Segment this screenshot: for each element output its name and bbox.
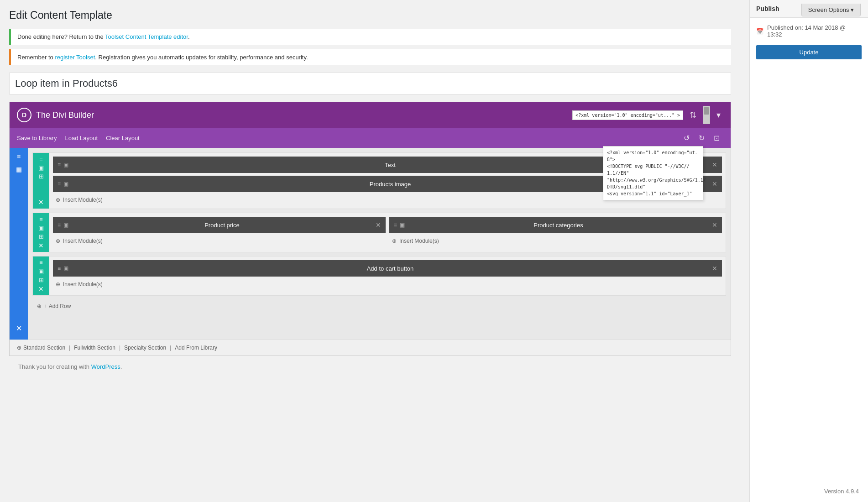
publish-body: 📅 Published on: 14 Mar 2018 @ 13:32 Upda… bbox=[750, 18, 868, 66]
clear-layout-button[interactable]: Clear Layout bbox=[106, 135, 148, 141]
row2-col-right-insert[interactable]: ⊕ Insert Module(s) bbox=[389, 236, 722, 246]
section-footer-plus-icon: ⊕ bbox=[17, 345, 21, 351]
insert-module-plus-icon-2: ⊕ bbox=[56, 238, 60, 244]
module-product-price-move-icon[interactable]: ≡ bbox=[58, 222, 61, 228]
add-row-bar[interactable]: ⊕ + Add Row bbox=[32, 299, 726, 313]
specialty-section-link[interactable]: Specialty Section bbox=[124, 345, 166, 351]
xml-line3: 1.1//EN" bbox=[607, 170, 699, 177]
row2-col-left-insert[interactable]: ⊕ Insert Module(s) bbox=[53, 236, 386, 246]
expand-xml-button[interactable]: ⇅ bbox=[687, 108, 699, 122]
collapse-builder-button[interactable]: ▾ bbox=[714, 108, 723, 122]
page-title: Edit Content Template bbox=[9, 9, 731, 21]
page-footer: Thank you for creating with WordPress. bbox=[9, 356, 603, 377]
row2-col-left: ≡ ▣ Product price ✕ ⊕ Insert Module(s) bbox=[53, 217, 386, 246]
section-sidebar: ≡ ▦ ✕ bbox=[10, 148, 28, 340]
post-title-input[interactable] bbox=[9, 73, 731, 94]
redo-button[interactable]: ↻ bbox=[695, 132, 708, 144]
publish-date: 📅 Published on: 14 Mar 2018 @ 13:32 bbox=[756, 24, 862, 38]
module-text-settings-icon[interactable]: ▣ bbox=[63, 162, 68, 168]
module-products-image-settings-icon[interactable]: ▣ bbox=[63, 181, 68, 187]
divi-toolbar: Save to Library Load Layout Clear Layout… bbox=[10, 128, 731, 148]
module-product-categories-settings-icon[interactable]: ▣ bbox=[400, 222, 405, 228]
row-2-columns: ≡ ▣ Product price ✕ ⊕ Insert Module(s) bbox=[49, 213, 726, 252]
row-2: ≡ ▣ ⊞ ✕ ≡ ▣ bbox=[32, 213, 726, 252]
row2-grid-icon[interactable]: ⊞ bbox=[39, 233, 44, 240]
divi-header-left: D The Divi Builder bbox=[17, 108, 94, 122]
row3-move-icon[interactable]: ≡ bbox=[39, 259, 43, 266]
divi-builder-name: The Divi Builder bbox=[36, 110, 94, 120]
row3-grid-icon[interactable]: ⊞ bbox=[39, 277, 44, 283]
module-add-to-cart[interactable]: ≡ ▣ Add to cart button ✕ bbox=[53, 260, 722, 277]
standard-section-link[interactable]: Standard Section bbox=[23, 345, 65, 351]
row2-cols-icon[interactable]: ▣ bbox=[38, 225, 44, 231]
sep-1: | bbox=[69, 345, 70, 351]
insert-module-plus-icon-4: ⊕ bbox=[56, 281, 60, 288]
xml-line1: <?xml version="1.0" encoding="ut-8"> bbox=[607, 149, 699, 163]
module-products-image-close[interactable]: ✕ bbox=[712, 180, 717, 188]
module-products-image-move-icon[interactable]: ≡ bbox=[58, 181, 61, 187]
wordpress-link[interactable]: WordPress bbox=[91, 363, 120, 370]
row2-two-columns: ≡ ▣ Product price ✕ ⊕ Insert Module(s) bbox=[53, 217, 722, 246]
notice-orange-link[interactable]: register Toolset bbox=[55, 54, 95, 61]
insert-module-label-3: Insert Module(s) bbox=[399, 238, 439, 244]
module-product-categories-move-icon[interactable]: ≡ bbox=[394, 222, 397, 228]
module-product-price[interactable]: ≡ ▣ Product price ✕ bbox=[53, 217, 386, 233]
row-1-sidebar: ≡ ▣ ⊞ ✕ bbox=[33, 153, 49, 209]
row-3-sidebar: ≡ ▣ ⊞ ✕ bbox=[33, 256, 49, 295]
fullwidth-section-link[interactable]: Fullwidth Section bbox=[74, 345, 115, 351]
module-add-to-cart-move-icon[interactable]: ≡ bbox=[58, 265, 61, 272]
module-product-price-settings-icon[interactable]: ▣ bbox=[63, 222, 68, 228]
insert-module-label-4: Insert Module(s) bbox=[63, 281, 103, 288]
section-layout-icon[interactable]: ▦ bbox=[15, 164, 23, 174]
scrollbar-stub bbox=[703, 106, 710, 124]
module-text-move-icon[interactable]: ≡ bbox=[58, 162, 61, 168]
row3-delete-icon[interactable]: ✕ bbox=[38, 285, 44, 293]
xml-line6: <svg version="1.1" id="Layer_1" bbox=[607, 190, 699, 197]
sep-3: | bbox=[170, 345, 171, 351]
scrollbar-thumb bbox=[704, 107, 709, 115]
row1-delete-icon[interactable]: ✕ bbox=[38, 199, 44, 206]
row-2-sidebar: ≡ ▣ ⊞ ✕ bbox=[33, 213, 49, 252]
row3-insert-module[interactable]: ⊕ Insert Module(s) bbox=[53, 279, 722, 289]
module-product-categories-close[interactable]: ✕ bbox=[712, 221, 717, 229]
section-move-icon[interactable]: ≡ bbox=[16, 152, 22, 162]
wireframe-button[interactable]: ⊡ bbox=[710, 132, 723, 144]
divi-builder: D The Divi Builder <?xml version="1.0" e… bbox=[9, 102, 731, 356]
xml-preview: <?xml version="1.0" encoding="ut..." > bbox=[572, 110, 683, 120]
module-add-to-cart-settings-icon[interactable]: ▣ bbox=[63, 265, 68, 272]
row2-col-right: ≡ ▣ Product categories ✕ ⊕ Insert Module… bbox=[389, 217, 722, 246]
row1-grid-icon[interactable]: ⊞ bbox=[39, 173, 44, 180]
module-text-close[interactable]: ✕ bbox=[712, 161, 717, 168]
module-add-to-cart-title: Add to cart button bbox=[73, 265, 707, 272]
save-to-library-button[interactable]: Save to Library bbox=[17, 135, 65, 141]
row1-move-icon[interactable]: ≡ bbox=[39, 156, 43, 162]
load-layout-button[interactable]: Load Layout bbox=[65, 135, 106, 141]
module-product-categories[interactable]: ≡ ▣ Product categories ✕ bbox=[389, 217, 722, 233]
notice-green: Done editing here? Return to the Toolset… bbox=[9, 29, 731, 45]
row1-cols-icon[interactable]: ▣ bbox=[38, 164, 44, 171]
section-delete-bottom-icon[interactable]: ✕ bbox=[13, 321, 25, 335]
add-row-label: + Add Row bbox=[44, 303, 71, 309]
row2-delete-icon[interactable]: ✕ bbox=[38, 242, 44, 249]
screen-options-button[interactable]: Screen Options ▾ bbox=[801, 4, 861, 16]
module-product-categories-icons: ≡ ▣ bbox=[394, 222, 405, 228]
update-button[interactable]: Update bbox=[756, 45, 862, 59]
notice-green-link[interactable]: Toolset Content Template editor bbox=[105, 33, 188, 40]
insert-module-label: Insert Module(s) bbox=[63, 197, 103, 203]
publish-title: Publish bbox=[756, 5, 779, 12]
notice-green-suffix: . bbox=[188, 33, 190, 40]
module-products-image-icons: ≡ ▣ bbox=[58, 181, 68, 187]
divi-header: D The Divi Builder <?xml version="1.0" e… bbox=[10, 102, 731, 128]
divi-logo: D bbox=[17, 108, 31, 122]
row2-move-icon[interactable]: ≡ bbox=[39, 216, 43, 223]
module-product-categories-title: Product categories bbox=[409, 222, 707, 229]
row3-full-column: ≡ ▣ Add to cart button ✕ ⊕ Insert Module… bbox=[53, 260, 722, 289]
footer-suffix: . bbox=[120, 363, 122, 370]
insert-module-plus-icon-3: ⊕ bbox=[392, 238, 397, 244]
row-3-columns: ≡ ▣ Add to cart button ✕ ⊕ Insert Module… bbox=[49, 256, 726, 295]
row3-cols-icon[interactable]: ▣ bbox=[38, 268, 44, 275]
add-from-library-link[interactable]: Add From Library bbox=[175, 345, 217, 351]
undo-button[interactable]: ↺ bbox=[680, 132, 693, 144]
module-add-to-cart-close[interactable]: ✕ bbox=[712, 265, 717, 272]
module-product-price-close[interactable]: ✕ bbox=[376, 221, 381, 229]
